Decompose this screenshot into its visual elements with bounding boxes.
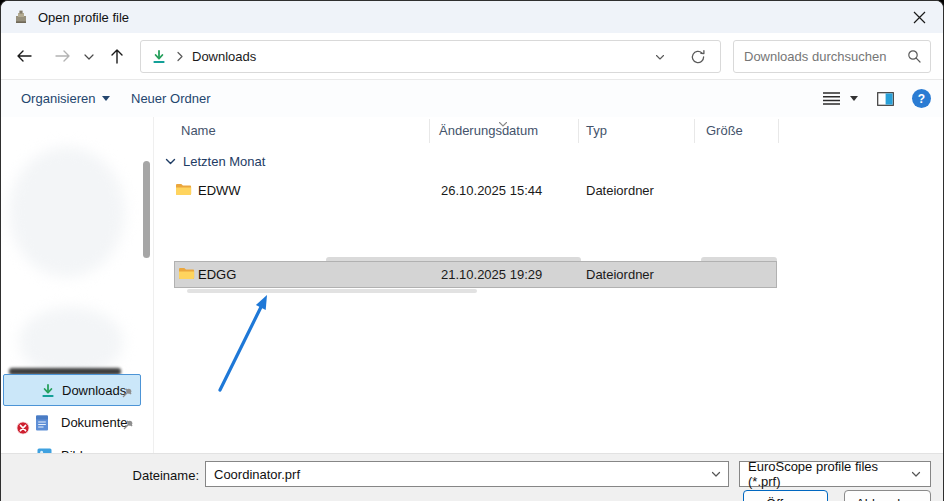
group-header[interactable]: Letzten Monat [165,154,265,169]
breadcrumb-chevron-icon [176,51,184,62]
column-divider[interactable] [429,119,430,143]
history-chevron-icon[interactable] [83,51,95,63]
filetype-dropdown-icon [910,468,922,480]
open-file-dialog: Open profile file [0,0,944,501]
sidebar-item-dokumente[interactable]: Dokumente [3,408,141,439]
new-folder-button[interactable]: Neuer Ordner [131,80,210,117]
command-bar: Organisieren Neuer Ordner ? [1,80,943,117]
column-header-date[interactable]: Änderungsdatum [439,123,538,138]
group-chevron-icon [165,156,176,167]
close-button[interactable] [903,5,935,29]
address-bar[interactable]: Downloads [140,40,721,73]
file-name: EDGG [198,267,236,282]
downloads-icon [40,383,56,399]
file-date: 21.10.2025 19:29 [441,267,542,282]
file-type: Dateiordner [586,267,654,282]
view-mode-button[interactable] [822,80,858,117]
document-icon [35,415,49,431]
list-view-icon [822,91,841,106]
filetype-value: EuroScope profile files (*.prf) [748,459,910,489]
filename-label: Dateiname: [101,468,199,483]
forward-icon[interactable] [53,46,73,66]
folder-icon [178,266,195,284]
file-type: Dateiordner [586,183,654,198]
sync-error-badge [16,421,30,439]
filename-combo [205,461,729,487]
up-icon[interactable] [107,46,127,66]
new-folder-label: Neuer Ordner [131,91,210,106]
app-icon [13,9,29,25]
column-divider[interactable] [778,119,779,143]
column-divider[interactable] [694,119,695,143]
file-date: 26.10.2025 15:44 [441,183,542,198]
navigation-bar: Downloads [1,33,943,80]
cancel-button[interactable]: Abbrechen [844,490,931,501]
search-box [733,40,931,73]
sidebar-item-label: Dokumente [61,415,127,430]
filename-dropdown-icon[interactable] [710,468,722,480]
sidebar-item-downloads[interactable]: Downloads [3,374,141,406]
filetype-select[interactable]: EuroScope profile files (*.prf) [739,461,931,487]
filename-input[interactable] [212,466,710,483]
help-glyph: ? [918,92,925,106]
sort-indicator-icon [498,117,508,132]
open-button[interactable]: Öffnen [743,490,828,501]
organize-label: Organisieren [21,91,95,106]
titlebar: Open profile file [1,1,943,33]
downloads-icon [151,49,167,65]
column-divider[interactable] [578,119,579,143]
address-dropdown-icon[interactable] [654,51,666,63]
search-input[interactable] [742,48,907,65]
search-icon[interactable] [907,49,922,64]
organize-menu[interactable]: Organisieren [21,80,110,117]
back-icon[interactable] [14,46,34,66]
window-title: Open profile file [38,10,129,25]
view-caret-icon [850,96,858,101]
footer-bar: Dateiname: EuroScope profile files (*.pr… [1,453,943,501]
refresh-icon[interactable] [690,49,706,65]
group-label: Letzten Monat [183,154,265,169]
column-header-type[interactable]: Typ [586,123,607,138]
content-area: Downloads [1,117,943,453]
column-header-size[interactable]: Größe [706,123,743,138]
redacted-blob [19,307,123,377]
help-button[interactable]: ? [912,80,931,117]
pin-icon [122,417,134,435]
organize-caret-icon [102,96,110,101]
file-row-edww[interactable]: EDWW 26.10.2025 15:44 Dateiordner [1,178,943,204]
file-row-edgg[interactable]: EDGG 21.10.2025 19:29 Dateiordner [1,262,943,288]
sidebar-item-bilder[interactable]: Bilder [3,442,141,453]
pin-icon [121,385,133,403]
column-header-name[interactable]: Name [181,123,216,138]
help-icon: ? [912,89,931,108]
redacted-sliver [187,289,477,293]
preview-pane-icon [877,92,894,106]
file-name: EDWW [198,183,241,198]
breadcrumb[interactable]: Downloads [192,49,256,64]
folder-icon [175,182,192,200]
preview-pane-button[interactable] [877,80,894,117]
sidebar-item-label: Downloads [62,383,126,398]
redacted-blob [9,147,125,277]
sidebar-scrollbar[interactable] [143,161,150,258]
